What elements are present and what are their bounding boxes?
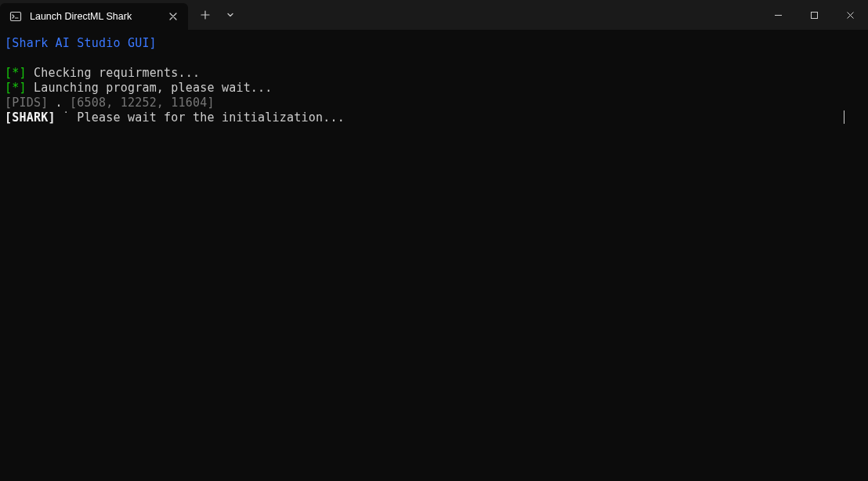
shark-sep: ˙ xyxy=(56,110,78,125)
tab-dropdown-button[interactable] xyxy=(218,3,243,27)
titlebar-drag-area[interactable] xyxy=(243,0,760,30)
chevron-down-icon xyxy=(226,11,234,19)
terminal-tab[interactable]: Launch DirectML Shark xyxy=(0,3,188,30)
app-header: [Shark AI Studio GUI] xyxy=(5,36,157,50)
tab-actions xyxy=(188,0,243,30)
status-text: Launching program, please wait... xyxy=(27,81,273,95)
svg-rect-3 xyxy=(811,12,817,18)
pids-sep: . xyxy=(48,96,70,110)
close-tab-button[interactable] xyxy=(166,9,180,24)
pids-values: [6508, 12252, 11604] xyxy=(70,96,215,110)
tab-title: Launch DirectML Shark xyxy=(30,11,158,22)
window-controls xyxy=(760,0,868,30)
maximize-button[interactable] xyxy=(796,0,832,30)
shark-label: [SHARK] xyxy=(5,110,56,125)
status-prefix: [*] xyxy=(5,66,27,80)
titlebar: Launch DirectML Shark xyxy=(0,0,868,30)
status-text: Checking requirments... xyxy=(27,66,201,80)
shark-text: Please wait for the initialization... xyxy=(77,110,345,125)
terminal-icon xyxy=(9,10,22,23)
svg-rect-0 xyxy=(11,13,21,21)
pids-label: [PIDS] xyxy=(5,96,48,110)
close-icon xyxy=(846,11,855,20)
terminal-output[interactable]: [Shark AI Studio GUI] [*] Checking requi… xyxy=(0,30,868,132)
minimize-icon xyxy=(774,11,783,20)
minimize-button[interactable] xyxy=(760,0,796,30)
text-cursor xyxy=(844,110,845,124)
close-window-button[interactable] xyxy=(832,0,868,30)
new-tab-button[interactable] xyxy=(193,3,218,27)
close-icon xyxy=(168,12,178,21)
plus-icon xyxy=(201,10,210,20)
maximize-icon xyxy=(810,11,819,20)
status-prefix: [*] xyxy=(5,81,27,95)
